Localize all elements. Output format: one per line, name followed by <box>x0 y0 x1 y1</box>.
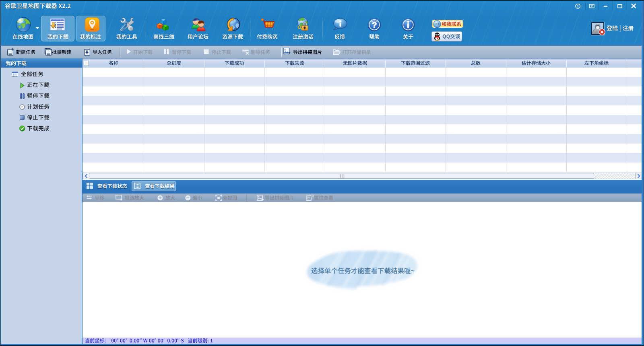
svg-text:?: ? <box>372 21 377 29</box>
